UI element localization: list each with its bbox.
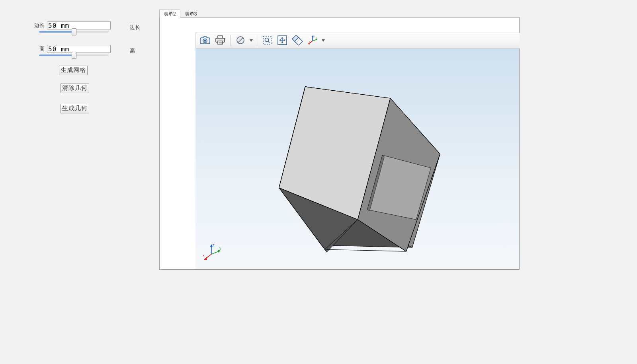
geometry-render (195, 49, 519, 269)
3d-view[interactable]: z y x (195, 49, 519, 269)
param-caption-height: 高 (130, 47, 135, 55)
zoom-extents-icon (277, 35, 287, 47)
svg-marker-55 (204, 257, 207, 260)
print-button[interactable] (213, 34, 227, 47)
transparency-icon (292, 35, 303, 47)
svg-line-13 (268, 41, 270, 43)
no-entry-icon (236, 35, 245, 46)
svg-rect-11 (263, 36, 271, 44)
param-label-height: 高 (32, 45, 45, 53)
height-slider[interactable] (39, 55, 109, 56)
tab-form-3[interactable]: 表单3 (180, 10, 201, 18)
svg-rect-3 (218, 36, 223, 38)
axis-y-label: y (219, 246, 221, 250)
zoom-box-button[interactable] (260, 34, 274, 47)
printer-icon (215, 35, 225, 46)
edge-length-input[interactable] (47, 21, 111, 29)
generate-mesh-button[interactable]: 生成网格 (59, 66, 88, 75)
generate-geometry-button[interactable]: 生成几何 (61, 104, 89, 113)
svg-text:z: z (313, 35, 315, 38)
svg-text:x: x (309, 41, 310, 43)
axis-x-label: x (203, 253, 205, 257)
edge-length-slider[interactable] (39, 31, 109, 33)
param-label-edge-length: 边长 (32, 22, 45, 29)
parameter-panel: 边长 边长 高 高 生成网格 清除几何 生成几何 (0, 0, 157, 364)
height-slider-thumb[interactable] (72, 52, 76, 59)
edge-length-slider-thumb[interactable] (72, 28, 76, 35)
viewport-frame: z y x (159, 17, 520, 270)
tab-form-2[interactable]: 表单2 (159, 10, 180, 18)
zoom-box-icon (262, 35, 272, 47)
snapshot-button[interactable] (198, 34, 212, 47)
svg-rect-5 (218, 41, 223, 44)
orientation-triad: z y x (203, 242, 223, 262)
toolbar-separator (230, 35, 231, 46)
svg-marker-26 (322, 39, 325, 42)
viewport-left-gutter (160, 33, 195, 269)
svg-point-2 (204, 40, 206, 41)
axis-z-label: z (213, 243, 215, 247)
param-caption-edge-length: 边长 (130, 24, 140, 31)
view-orientation-dropdown[interactable] (321, 39, 326, 42)
svg-marker-10 (250, 39, 253, 42)
transparency-button[interactable] (291, 34, 304, 47)
svg-text:y: y (316, 37, 317, 39)
height-input[interactable] (47, 45, 111, 53)
svg-marker-53 (218, 250, 221, 253)
hide-button[interactable] (234, 34, 247, 47)
form-tabs: 表单2 表单3 (159, 10, 201, 18)
zoom-extents-button[interactable] (276, 34, 289, 47)
camera-icon (200, 36, 210, 46)
clear-geometry-button[interactable]: 清除几何 (61, 84, 89, 93)
view-orientation-button[interactable]: z y x (306, 34, 319, 47)
hide-dropdown[interactable] (249, 39, 254, 42)
viewport-toolbar: z y x (195, 33, 520, 49)
axes-icon: z y x (307, 35, 318, 47)
toolbar-separator (257, 35, 257, 46)
